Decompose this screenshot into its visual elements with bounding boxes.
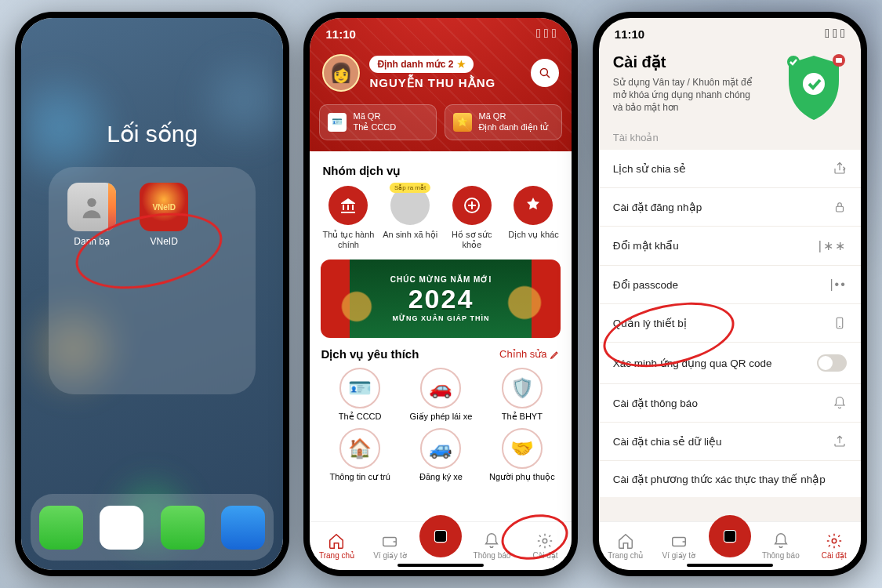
row-manage-devices[interactable]: Quản lý thiết bị bbox=[599, 304, 861, 343]
app-vneid[interactable]: VNeID VNeID bbox=[136, 183, 191, 379]
svg-rect-10 bbox=[836, 58, 842, 63]
security-shield-icon bbox=[775, 49, 853, 128]
svg-point-16 bbox=[832, 539, 837, 543]
tab-bar: Trang chủ Ví giấy tờ Thông báo Cài đặt bbox=[310, 521, 572, 570]
service-admin[interactable]: Thủ tục hành chính bbox=[321, 186, 376, 250]
fav-license[interactable]: 🚗Giấy phép lái xe bbox=[402, 368, 480, 422]
dock-safari-icon[interactable] bbox=[100, 506, 143, 550]
dock bbox=[31, 494, 274, 561]
license-icon: 🚗 bbox=[420, 368, 461, 408]
tab-settings[interactable]: Cài đặt bbox=[521, 532, 568, 560]
hands-heart-icon: 🤝 bbox=[502, 428, 543, 469]
share-out-icon bbox=[833, 162, 847, 176]
content-sheet: Nhóm dịch vụ Thủ tục hành chính Sắp ra m… bbox=[310, 148, 572, 526]
passcode-dots-icon: |•• bbox=[829, 278, 846, 292]
bank-icon bbox=[328, 186, 368, 225]
phone-icon bbox=[833, 316, 847, 330]
row-qr-verify[interactable]: Xác minh ứng dụng qua QR code bbox=[599, 343, 861, 384]
qr-card-cccd[interactable]: 🪪 Mã QRThẻ CCCD bbox=[319, 104, 437, 140]
social-icon: Sắp ra mắt bbox=[390, 186, 430, 225]
svg-rect-5 bbox=[435, 530, 447, 542]
id-card-icon: 🪪 bbox=[339, 368, 380, 408]
gear-icon bbox=[826, 532, 843, 550]
dock-phone-icon[interactable] bbox=[39, 506, 83, 550]
svg-point-1 bbox=[541, 68, 548, 75]
phone-settings: 11:10 􀙇􀙈􀛨 Cài đặt Sử dụng Vân tay / Khuô… bbox=[593, 12, 867, 576]
fav-dependent[interactable]: 🤝Người phụ thuộc bbox=[483, 428, 561, 482]
tab-home[interactable]: Trang chủ bbox=[602, 532, 649, 560]
section-title-favorites: Dịch vụ yêu thích bbox=[321, 347, 419, 361]
service-other[interactable]: Dịch vụ khác bbox=[506, 186, 561, 250]
phone-homescreen: Lối sống Danh bạ VNeID VNeID bbox=[15, 12, 289, 576]
status-bar: 11:10 􀙇􀙈􀛨 bbox=[310, 18, 572, 49]
status-time: 11:10 bbox=[615, 27, 644, 41]
settings-list: Lịch sử chia sẻ Cài đặt đăng nhập Đổi mậ… bbox=[599, 150, 861, 497]
user-name: NGUYỄN THU HẰNG bbox=[369, 76, 521, 90]
svg-point-0 bbox=[87, 198, 96, 207]
id-card-icon: 🪪 bbox=[328, 113, 347, 132]
folder-title: Lối sống bbox=[21, 120, 283, 147]
home-icon bbox=[617, 532, 634, 550]
fav-bhyt[interactable]: 🛡️Thẻ BHYT bbox=[483, 368, 561, 422]
contacts-icon bbox=[67, 183, 116, 231]
dock-zalo-icon[interactable] bbox=[221, 506, 265, 550]
status-bar: 11:10 􀙇􀙈􀛨 bbox=[599, 18, 861, 49]
password-dots-icon: |∗∗ bbox=[818, 238, 847, 253]
tab-settings[interactable]: Cài đặt bbox=[811, 532, 858, 560]
svg-rect-15 bbox=[724, 530, 735, 542]
svg-line-2 bbox=[547, 74, 550, 78]
phone-app-home: 11:10 􀙇􀙈􀛨 👩 Định danh mức 2★ NGUYỄN THU … bbox=[303, 12, 578, 576]
dock-messages-icon[interactable] bbox=[161, 506, 205, 550]
tab-scan[interactable] bbox=[419, 515, 462, 557]
toggle-switch[interactable] bbox=[817, 354, 847, 372]
wifi-icon: 􀙈 bbox=[833, 27, 837, 41]
svg-point-7 bbox=[803, 73, 825, 95]
status-time: 11:10 bbox=[325, 27, 355, 41]
wallet-icon bbox=[381, 532, 398, 550]
new-year-banner[interactable]: CHÚC MỪNG NĂM MỚI 2024 MỪNG XUÂN GIÁP TH… bbox=[321, 260, 561, 338]
id-level-badge: Định danh mức 2★ bbox=[369, 56, 473, 73]
gear-icon bbox=[536, 532, 554, 550]
edit-favorites-button[interactable]: Chỉnh sửa bbox=[499, 348, 561, 360]
scan-icon bbox=[720, 526, 740, 546]
tab-notifications[interactable]: Thông báo bbox=[757, 532, 804, 560]
pencil-icon bbox=[550, 349, 561, 360]
service-health[interactable]: Hồ sơ sức khỏe bbox=[445, 186, 499, 250]
app-label: Danh bạ bbox=[74, 236, 110, 247]
signal-icon: 􀙇 bbox=[825, 27, 829, 41]
page-subtitle: Sử dụng Vân tay / Khuôn mặt để mở khóa ứ… bbox=[599, 71, 771, 125]
bell-icon bbox=[483, 532, 500, 550]
row-data-share-settings[interactable]: Cài đặt chia sẻ dữ liệu bbox=[599, 423, 861, 461]
signal-icon: 􀙇 bbox=[536, 27, 541, 41]
row-alt-auth[interactable]: Cài đặt phương thức xác thực thay thế nh… bbox=[599, 461, 861, 497]
battery-icon: 􀛨 bbox=[552, 27, 557, 41]
row-change-passcode[interactable]: Đổi passcode|•• bbox=[599, 266, 861, 304]
qr-card-eid[interactable]: ⭐ Mã QRĐịnh danh điện tử bbox=[445, 104, 562, 140]
home-indicator bbox=[397, 564, 484, 567]
fav-vehicle-reg[interactable]: 🚙Đăng ký xe bbox=[402, 428, 480, 482]
fav-cccd[interactable]: 🪪Thẻ CCCD bbox=[321, 368, 398, 422]
tab-scan[interactable] bbox=[709, 515, 751, 557]
vneid-icon: VNeID bbox=[140, 183, 188, 231]
svg-rect-11 bbox=[836, 206, 843, 212]
fav-residence[interactable]: 🏠Thông tin cư trú bbox=[321, 428, 398, 482]
row-notification-settings[interactable]: Cài đặt thông báo bbox=[599, 384, 861, 423]
tab-notifications[interactable]: Thông báo bbox=[468, 532, 515, 560]
row-share-history[interactable]: Lịch sử chia sẻ bbox=[599, 150, 861, 188]
svg-point-6 bbox=[543, 539, 548, 543]
app-label: VNeID bbox=[150, 236, 177, 247]
tab-home[interactable]: Trang chủ bbox=[313, 532, 360, 560]
app-contacts[interactable]: Danh bạ bbox=[64, 183, 119, 379]
avatar[interactable]: 👩 bbox=[322, 54, 360, 92]
upload-icon bbox=[833, 434, 847, 448]
home-icon bbox=[328, 532, 345, 550]
search-button[interactable] bbox=[531, 59, 559, 87]
star-icon: ★ bbox=[457, 59, 466, 70]
tab-wallet[interactable]: Ví giấy tờ bbox=[366, 532, 413, 560]
tab-wallet[interactable]: Ví giấy tờ bbox=[655, 532, 702, 560]
status-right: 􀙇􀙈􀛨 bbox=[536, 27, 557, 41]
service-social[interactable]: Sắp ra mắt An sinh xã hội bbox=[383, 186, 437, 250]
row-login-settings[interactable]: Cài đặt đăng nhập bbox=[599, 188, 861, 227]
health-icon bbox=[452, 186, 492, 225]
row-change-password[interactable]: Đổi mật khẩu|∗∗ bbox=[599, 227, 861, 266]
